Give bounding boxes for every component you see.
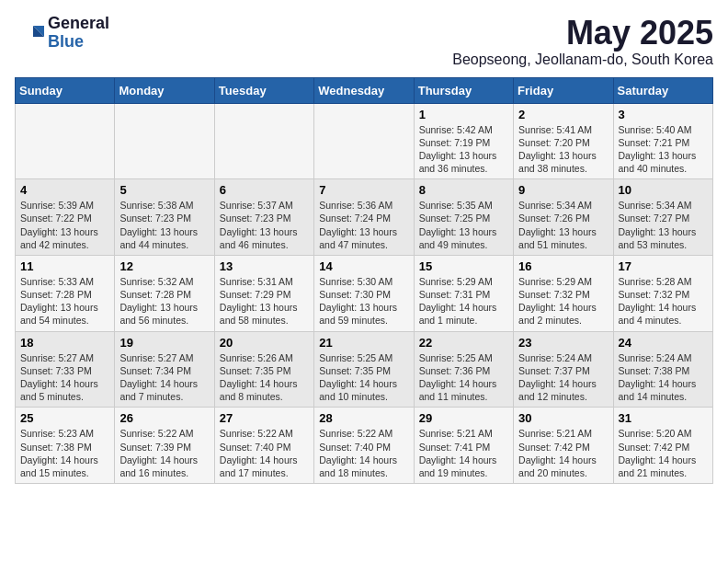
day-number: 31 — [619, 411, 708, 425]
day-data: Sunrise: 5:23 AMSunset: 7:38 PMDaylight:… — [20, 427, 109, 479]
day-data: Sunrise: 5:36 AMSunset: 7:24 PMDaylight:… — [319, 199, 408, 251]
table-row: 26Sunrise: 5:22 AMSunset: 7:39 PMDayligh… — [115, 408, 214, 484]
table-row: 4Sunrise: 5:39 AMSunset: 7:22 PMDaylight… — [16, 179, 115, 256]
day-number: 19 — [119, 336, 209, 350]
day-data: Sunrise: 5:39 AMSunset: 7:22 PMDaylight:… — [20, 199, 109, 251]
day-number: 23 — [518, 336, 608, 350]
table-row: 22Sunrise: 5:25 AMSunset: 7:36 PMDayligh… — [414, 331, 513, 408]
day-number: 20 — [220, 336, 309, 350]
table-row: 17Sunrise: 5:28 AMSunset: 7:32 PMDayligh… — [613, 255, 712, 331]
day-data: Sunrise: 5:33 AMSunset: 7:28 PMDaylight:… — [20, 275, 109, 327]
table-row: 13Sunrise: 5:31 AMSunset: 7:29 PMDayligh… — [214, 255, 313, 331]
table-row: 23Sunrise: 5:24 AMSunset: 7:37 PMDayligh… — [514, 331, 613, 408]
location-title: Beopseong, Jeollanam-do, South Korea — [452, 52, 713, 68]
table-row: 2Sunrise: 5:41 AMSunset: 7:20 PMDaylight… — [514, 103, 613, 179]
day-number: 22 — [419, 336, 508, 350]
day-number: 10 — [619, 183, 708, 197]
day-data: Sunrise: 5:27 AMSunset: 7:34 PMDaylight:… — [119, 351, 209, 404]
day-data: Sunrise: 5:25 AMSunset: 7:36 PMDaylight:… — [419, 351, 508, 404]
header-thursday: Thursday — [414, 77, 513, 103]
logo-text: General Blue — [48, 15, 109, 52]
day-number: 14 — [319, 259, 408, 273]
day-data: Sunrise: 5:38 AMSunset: 7:23 PMDaylight:… — [119, 199, 209, 251]
table-row: 5Sunrise: 5:38 AMSunset: 7:23 PMDaylight… — [115, 179, 214, 256]
day-data: Sunrise: 5:35 AMSunset: 7:25 PMDaylight:… — [419, 199, 508, 251]
day-number: 18 — [20, 336, 109, 350]
calendar-week-row: 11Sunrise: 5:33 AMSunset: 7:28 PMDayligh… — [16, 255, 713, 331]
day-number: 28 — [319, 411, 408, 425]
day-number: 1 — [419, 108, 508, 121]
header-sunday: Sunday — [16, 77, 115, 103]
table-row: 8Sunrise: 5:35 AMSunset: 7:25 PMDaylight… — [414, 179, 513, 256]
day-data: Sunrise: 5:20 AMSunset: 7:42 PMDaylight:… — [619, 427, 708, 479]
day-data: Sunrise: 5:30 AMSunset: 7:30 PMDaylight:… — [319, 275, 408, 327]
day-data: Sunrise: 5:28 AMSunset: 7:32 PMDaylight:… — [619, 275, 708, 327]
day-data: Sunrise: 5:29 AMSunset: 7:32 PMDaylight:… — [518, 275, 608, 327]
day-number: 12 — [119, 259, 209, 273]
day-number: 9 — [518, 183, 608, 197]
calendar-week-row: 25Sunrise: 5:23 AMSunset: 7:38 PMDayligh… — [16, 408, 713, 484]
day-number: 29 — [419, 411, 508, 425]
table-row: 16Sunrise: 5:29 AMSunset: 7:32 PMDayligh… — [514, 255, 613, 331]
day-number: 15 — [419, 259, 508, 273]
calendar-week-row: 4Sunrise: 5:39 AMSunset: 7:22 PMDaylight… — [16, 179, 713, 256]
day-number: 26 — [119, 411, 209, 425]
day-data: Sunrise: 5:24 AMSunset: 7:37 PMDaylight:… — [518, 351, 608, 404]
day-data: Sunrise: 5:25 AMSunset: 7:35 PMDaylight:… — [319, 351, 408, 404]
day-data: Sunrise: 5:21 AMSunset: 7:42 PMDaylight:… — [518, 427, 608, 479]
day-data: Sunrise: 5:40 AMSunset: 7:21 PMDaylight:… — [619, 123, 708, 176]
logo: General Blue — [15, 15, 109, 52]
header-wednesday: Wednesday — [314, 77, 414, 103]
table-row: 9Sunrise: 5:34 AMSunset: 7:26 PMDaylight… — [514, 179, 613, 256]
logo-blue: Blue — [48, 33, 109, 52]
day-number: 17 — [619, 259, 708, 273]
day-number: 3 — [619, 108, 708, 121]
day-number: 21 — [319, 336, 408, 350]
table-row: 28Sunrise: 5:22 AMSunset: 7:40 PMDayligh… — [314, 408, 414, 484]
table-row: 19Sunrise: 5:27 AMSunset: 7:34 PMDayligh… — [115, 331, 214, 408]
day-data: Sunrise: 5:22 AMSunset: 7:40 PMDaylight:… — [220, 427, 309, 479]
table-row — [214, 103, 313, 179]
day-data: Sunrise: 5:37 AMSunset: 7:23 PMDaylight:… — [220, 199, 309, 251]
day-data: Sunrise: 5:24 AMSunset: 7:38 PMDaylight:… — [619, 351, 708, 404]
calendar-week-row: 1Sunrise: 5:42 AMSunset: 7:19 PMDaylight… — [16, 103, 713, 179]
page-header: General Blue May 2025 Beopseong, Jeollan… — [15, 15, 713, 68]
table-row: 21Sunrise: 5:25 AMSunset: 7:35 PMDayligh… — [314, 331, 414, 408]
day-number: 5 — [119, 183, 209, 197]
table-row: 6Sunrise: 5:37 AMSunset: 7:23 PMDaylight… — [214, 179, 313, 256]
day-number: 8 — [419, 183, 508, 197]
day-number: 27 — [220, 411, 309, 425]
table-row: 11Sunrise: 5:33 AMSunset: 7:28 PMDayligh… — [16, 255, 115, 331]
calendar-header-row: Sunday Monday Tuesday Wednesday Thursday… — [16, 77, 713, 103]
day-data: Sunrise: 5:34 AMSunset: 7:26 PMDaylight:… — [518, 199, 608, 251]
day-number: 4 — [20, 183, 109, 197]
day-data: Sunrise: 5:31 AMSunset: 7:29 PMDaylight:… — [220, 275, 309, 327]
day-data: Sunrise: 5:26 AMSunset: 7:35 PMDaylight:… — [220, 351, 309, 404]
month-title: May 2025 — [452, 15, 713, 52]
day-data: Sunrise: 5:22 AMSunset: 7:40 PMDaylight:… — [319, 427, 408, 479]
day-data: Sunrise: 5:29 AMSunset: 7:31 PMDaylight:… — [419, 275, 508, 327]
day-number: 30 — [518, 411, 608, 425]
table-row: 25Sunrise: 5:23 AMSunset: 7:38 PMDayligh… — [16, 408, 115, 484]
header-monday: Monday — [115, 77, 214, 103]
day-number: 11 — [20, 259, 109, 273]
table-row: 1Sunrise: 5:42 AMSunset: 7:19 PMDaylight… — [414, 103, 513, 179]
day-number: 6 — [220, 183, 309, 197]
calendar-table: Sunday Monday Tuesday Wednesday Thursday… — [15, 77, 713, 484]
table-row: 12Sunrise: 5:32 AMSunset: 7:28 PMDayligh… — [115, 255, 214, 331]
header-friday: Friday — [514, 77, 613, 103]
day-number: 25 — [20, 411, 109, 425]
day-data: Sunrise: 5:21 AMSunset: 7:41 PMDaylight:… — [419, 427, 508, 479]
day-data: Sunrise: 5:22 AMSunset: 7:39 PMDaylight:… — [119, 427, 209, 479]
title-block: May 2025 Beopseong, Jeollanam-do, South … — [452, 15, 713, 68]
day-data: Sunrise: 5:32 AMSunset: 7:28 PMDaylight:… — [119, 275, 209, 327]
day-number: 2 — [518, 108, 608, 121]
table-row: 14Sunrise: 5:30 AMSunset: 7:30 PMDayligh… — [314, 255, 414, 331]
header-saturday: Saturday — [613, 77, 712, 103]
day-number: 24 — [619, 336, 708, 350]
table-row: 10Sunrise: 5:34 AMSunset: 7:27 PMDayligh… — [613, 179, 712, 256]
table-row: 20Sunrise: 5:26 AMSunset: 7:35 PMDayligh… — [214, 331, 313, 408]
table-row: 24Sunrise: 5:24 AMSunset: 7:38 PMDayligh… — [613, 331, 712, 408]
day-data: Sunrise: 5:41 AMSunset: 7:20 PMDaylight:… — [518, 123, 608, 176]
table-row: 3Sunrise: 5:40 AMSunset: 7:21 PMDaylight… — [613, 103, 712, 179]
